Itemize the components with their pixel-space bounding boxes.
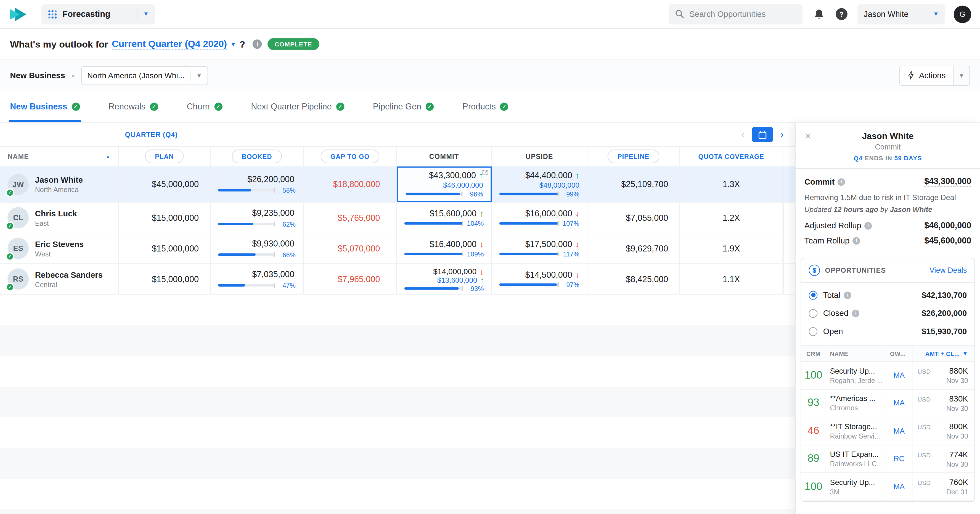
quota-coverage-cell: 1.2X: [680, 203, 783, 233]
column-header-upside[interactable]: UPSIDE: [526, 153, 553, 160]
filter-total[interactable]: Total i $42,130,700: [809, 286, 967, 304]
table-row[interactable]: ES ✓ Eric Stevens West $15,000,000 $9,93…: [0, 233, 795, 264]
trend-icon: ↓: [575, 240, 579, 248]
deal-owner-link[interactable]: MA: [886, 362, 912, 389]
crm-score: 46: [807, 425, 819, 437]
commit-cell[interactable]: $14,000,000 ↓ $13,600,000 ↑ 93%: [397, 264, 492, 294]
column-header-gap-to-go[interactable]: GAP TO GO: [320, 150, 380, 163]
expand-icon[interactable]: [482, 170, 488, 176]
gap-to-go-cell: $5,765,000: [304, 203, 397, 233]
scope-dropdown[interactable]: North America (Jason Whi... ▼: [81, 66, 208, 85]
column-header-quota-coverage[interactable]: QUOTA COVERAGE: [698, 153, 764, 160]
deal-row[interactable]: 100 Security Up... Rogahn, Jerde ... MA …: [801, 362, 974, 389]
quota-coverage-cell: 1.1X: [680, 264, 783, 294]
commit-cell[interactable]: $43,300,000 ↑ $46,000,000 96%: [397, 166, 492, 202]
progress-bar: [404, 252, 463, 255]
commit-value[interactable]: $43,300,000: [924, 176, 971, 187]
actions-button[interactable]: Actions: [900, 66, 953, 85]
upside-cell[interactable]: $16,000,000 ↓ 107%: [492, 203, 587, 233]
name-cell[interactable]: RS ✓ Rebecca Sanders Central: [0, 264, 119, 294]
sort-asc-icon: ▲: [105, 154, 111, 159]
deals-header-amount-sort[interactable]: AMT + CL... ▼: [912, 346, 974, 361]
progress-bar: [218, 222, 275, 225]
filter-open[interactable]: Open $15,930,700: [809, 322, 967, 340]
user-menu[interactable]: Jason White ▼: [858, 4, 945, 24]
info-icon[interactable]: i: [253, 40, 262, 49]
chevron-down-icon[interactable]: ▼: [230, 41, 236, 48]
search-box[interactable]: [668, 4, 802, 24]
actions-dropdown-button[interactable]: ▼: [953, 66, 969, 85]
radio-icon[interactable]: [809, 327, 818, 336]
tab-products[interactable]: Products✓: [462, 91, 508, 122]
outlook-question: What's my outlook for: [10, 39, 108, 49]
name-cell[interactable]: JW ✓ Jason White North America: [0, 166, 119, 202]
calendar-view-button[interactable]: [752, 127, 773, 142]
column-header-commit[interactable]: COMMIT: [429, 153, 459, 160]
filter-closed[interactable]: Closed i $26,200,000: [809, 304, 967, 322]
trend-icon: ↓: [575, 271, 579, 279]
prev-period-button[interactable]: ‹: [741, 129, 745, 140]
app-switcher[interactable]: Forecasting ▼: [41, 4, 155, 24]
deal-row[interactable]: 100 Security Up... 3M MA USD760K Dec 31: [801, 473, 974, 501]
column-header-booked[interactable]: BOOKED: [232, 150, 282, 163]
upside-cell[interactable]: $14,500,000 ↓ 97%: [492, 264, 587, 294]
rep-region: Central: [35, 281, 103, 288]
info-icon[interactable]: i: [852, 310, 860, 317]
deal-name: Security Up...: [830, 478, 875, 487]
help-button[interactable]: ?: [835, 8, 848, 20]
deal-owner-link[interactable]: MA: [886, 418, 912, 445]
commit-cell[interactable]: $16,400,000 ↓ 109%: [397, 233, 492, 263]
info-icon[interactable]: i: [844, 291, 851, 299]
column-header-name[interactable]: NAME ▲: [0, 147, 119, 166]
question-mark-icon: ?: [835, 8, 848, 20]
deal-owner-link[interactable]: MA: [886, 473, 912, 500]
column-header-pipeline[interactable]: PIPELINE: [608, 150, 660, 163]
upside-cell[interactable]: $17,500,000 ↓ 117%: [492, 233, 587, 263]
deal-owner-link[interactable]: RC: [886, 445, 912, 472]
commit-cell[interactable]: $15,600,000 ↑ 104%: [397, 203, 492, 233]
info-icon[interactable]: i: [853, 237, 860, 244]
column-header-plan[interactable]: PLAN: [145, 150, 184, 163]
chevron-down-icon: ▼: [196, 72, 202, 78]
upside-cell[interactable]: $44,400,000 ↑ $48,000,000 99%: [492, 166, 587, 202]
info-icon[interactable]: i: [864, 222, 872, 229]
tab-pipeline-gen[interactable]: Pipeline Gen✓: [373, 91, 434, 122]
avatar: JW ✓: [8, 174, 29, 195]
deal-account: 3M: [830, 488, 840, 495]
deal-account: Rogahn, Jerde ...: [830, 377, 883, 384]
opportunities-title: OPPORTUNITIES: [825, 267, 886, 274]
tab-new-business[interactable]: New Business✓: [10, 91, 80, 122]
name-cell[interactable]: CL ✓ Chris Luck East: [0, 203, 119, 233]
notifications-button[interactable]: [814, 8, 824, 20]
deal-account: Chromos: [830, 405, 858, 412]
quarter-countdown: Q4 ENDS IN 59 DAYS: [802, 155, 974, 161]
info-icon[interactable]: i: [838, 178, 845, 185]
deal-owner-link[interactable]: MA: [886, 389, 912, 417]
radio-icon[interactable]: [809, 309, 818, 318]
grid-toolbar: QUARTER (Q4) ‹ ›: [0, 123, 795, 147]
radio-icon[interactable]: [809, 291, 818, 300]
tab-next-quarter-pipeline[interactable]: Next Quarter Pipeline✓: [251, 91, 344, 122]
table-row[interactable]: RS ✓ Rebecca Sanders Central $15,000,000…: [0, 264, 795, 295]
tab-churn[interactable]: Churn✓: [187, 91, 223, 122]
period-selector[interactable]: Current Quarter (Q4 2020): [112, 38, 227, 50]
next-period-button[interactable]: ›: [780, 129, 784, 140]
adjusted-rollup-value: $46,000,000: [924, 221, 971, 230]
commit-label: Commit: [804, 177, 835, 187]
deal-row[interactable]: 46 **IT Storage... Rainbow Servi... MA U…: [801, 418, 974, 445]
gap-to-go-cell: $7,965,000: [304, 264, 397, 294]
clari-logo-icon: [9, 6, 28, 22]
user-avatar[interactable]: G: [954, 5, 971, 23]
search-input[interactable]: [689, 10, 791, 19]
close-icon[interactable]: ×: [802, 129, 815, 142]
deal-row[interactable]: 89 US IT Expan... Rainworks LLC RC USD77…: [801, 445, 974, 473]
table-row[interactable]: JW ✓ Jason White North America $45,000,0…: [0, 166, 795, 203]
check-badge-icon: ✓: [6, 252, 14, 261]
avatar-initials: CL: [13, 213, 23, 222]
tab-renewals[interactable]: Renewals✓: [108, 91, 158, 122]
rep-name: Jason White: [35, 175, 83, 185]
name-cell[interactable]: ES ✓ Eric Stevens West: [0, 233, 119, 263]
table-row[interactable]: CL ✓ Chris Luck East $15,000,000 $9,235,…: [0, 203, 795, 233]
deal-row[interactable]: 93 **Americas ... Chromos MA USD830K Nov…: [801, 389, 974, 418]
view-deals-link[interactable]: View Deals: [929, 266, 967, 275]
